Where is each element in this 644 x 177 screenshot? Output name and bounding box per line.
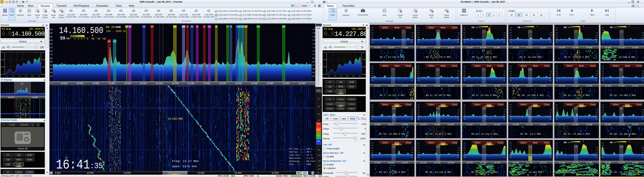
- svg-text:+20: +20: [509, 147, 512, 149]
- svg-text:14.100: 14.100: [124, 82, 131, 85]
- svg-text:14.200: 14.200: [203, 82, 210, 85]
- svg-text:9: 9: [87, 38, 88, 40]
- svg-text:+30: +30: [49, 35, 53, 38]
- svg-text:Close: Close: [590, 103, 596, 106]
- svg-text:S9: S9: [418, 152, 419, 153]
- svg-text:S4: S4: [312, 75, 315, 77]
- svg-text:+10: +10: [555, 73, 558, 74]
- svg-text:S7: S7: [464, 116, 465, 117]
- svg-text:800: 800: [352, 75, 354, 77]
- svg-text:S6: S6: [50, 68, 53, 70]
- svg-text:+20: +20: [371, 109, 373, 110]
- svg-text:20dB: 20dB: [362, 59, 366, 60]
- svg-text:Close: Close: [405, 26, 411, 29]
- svg-text:+10: +10: [509, 73, 512, 74]
- svg-text:20: 20: [151, 25, 154, 28]
- svg-text:14.120: 14.120: [420, 162, 427, 164]
- svg-text:S5: S5: [556, 80, 558, 81]
- svg-text:100: 100: [12, 75, 14, 77]
- svg-text:+15: +15: [49, 46, 53, 49]
- svg-text:S5: S5: [503, 80, 505, 81]
- svg-text:+10: +10: [371, 34, 373, 36]
- svg-text:S5: S5: [642, 118, 643, 120]
- svg-text:14.220: 14.220: [388, 46, 394, 49]
- svg-text:+40: +40: [463, 27, 465, 29]
- svg-text:10: 10: [245, 25, 247, 28]
- svg-text:S9: S9: [471, 26, 474, 29]
- svg-text:+40: +40: [601, 142, 604, 144]
- svg-text:+15: +15: [312, 46, 315, 49]
- svg-text:14.095: 14.095: [513, 123, 519, 126]
- svg-text:S5: S5: [371, 157, 373, 158]
- svg-text:14.150: 14.150: [513, 162, 519, 164]
- svg-text:14.090: 14.090: [586, 123, 592, 126]
- svg-text:S9: S9: [312, 57, 315, 60]
- svg-text:S7: S7: [411, 39, 413, 41]
- svg-text:S9: S9: [371, 75, 373, 76]
- svg-text:14.170: 14.170: [467, 162, 473, 164]
- svg-text:14.310: 14.310: [402, 162, 408, 164]
- svg-text:S7: S7: [457, 116, 459, 117]
- svg-text:S9: S9: [371, 37, 373, 38]
- svg-text:+20: +20: [371, 147, 373, 149]
- svg-text:+30: +30: [463, 106, 465, 108]
- svg-text:+20: +20: [596, 32, 598, 34]
- svg-text:S9: S9: [602, 114, 604, 115]
- svg-text:14.170: 14.170: [420, 46, 427, 49]
- svg-text:50: 50: [328, 75, 329, 77]
- svg-text:+20: +20: [417, 109, 419, 110]
- svg-text:14.210: 14.210: [448, 85, 454, 87]
- svg-text:S5: S5: [371, 80, 373, 81]
- svg-text:15: 15: [483, 107, 485, 109]
- svg-text:S7: S7: [549, 116, 551, 117]
- svg-text:+20: +20: [613, 27, 616, 28]
- svg-text:9: 9: [230, 25, 232, 28]
- svg-text:Mute: Mute: [533, 103, 538, 106]
- svg-text:+30: +30: [555, 68, 558, 69]
- svg-text:S9: S9: [411, 152, 413, 153]
- svg-text:+30: +30: [312, 35, 315, 38]
- svg-text:+10: +10: [417, 111, 419, 113]
- svg-text:14.240: 14.240: [572, 85, 579, 87]
- svg-text:+60: +60: [103, 38, 106, 40]
- svg-text:14.190: 14.190: [420, 85, 427, 87]
- svg-text:+10: +10: [596, 149, 598, 151]
- svg-text:S7: S7: [556, 116, 558, 117]
- svg-text:+10: +10: [411, 111, 413, 113]
- svg-text:+40: +40: [463, 104, 465, 106]
- svg-text:14.190: 14.190: [494, 162, 500, 164]
- svg-text:14.260: 14.260: [586, 46, 592, 49]
- svg-text:14.130: 14.130: [494, 123, 500, 126]
- svg-text:S9: S9: [464, 152, 465, 153]
- svg-text:14.190: 14.190: [605, 85, 611, 87]
- svg-text:Close: Close: [452, 141, 457, 144]
- svg-text:+20: +20: [457, 70, 460, 72]
- svg-text:+30: +30: [509, 68, 512, 69]
- svg-text:S7: S7: [602, 77, 604, 79]
- svg-text:+10: +10: [509, 34, 512, 36]
- svg-text:Overlap .....: 80 %: Overlap .....: 80 %: [289, 151, 311, 153]
- svg-text:+10: +10: [49, 50, 53, 52]
- svg-text:RX 5: 14.246.4 MHz: RX 5: 14.246.4 MHz: [564, 56, 589, 59]
- svg-text:3: 3: [78, 38, 79, 40]
- svg-text:+10: +10: [463, 149, 465, 151]
- svg-text:?: ?: [319, 5, 320, 7]
- svg-text:+20: +20: [555, 109, 558, 110]
- svg-text:20dB: 20dB: [41, 59, 45, 60]
- svg-text:S7: S7: [418, 116, 419, 117]
- svg-text:+20: +20: [555, 70, 558, 72]
- svg-text:+40: +40: [312, 28, 315, 31]
- svg-text:Mute: Mute: [579, 103, 584, 106]
- svg-text:3: 3: [484, 30, 485, 33]
- svg-text:18: 18: [129, 25, 131, 28]
- svg-text:S5: S5: [596, 80, 597, 81]
- svg-text:12: 12: [620, 68, 622, 71]
- svg-text:14.090: 14.090: [605, 123, 611, 126]
- svg-text:+20: +20: [642, 32, 644, 34]
- svg-text:+10: +10: [463, 73, 465, 74]
- svg-text:+10: +10: [642, 34, 644, 36]
- svg-text:Close: Close: [405, 103, 411, 106]
- svg-text:S7: S7: [503, 116, 505, 117]
- svg-text:+20: +20: [555, 32, 558, 34]
- svg-text:Plan ........: CUDA: Plan ........: CUDA: [289, 163, 311, 165]
